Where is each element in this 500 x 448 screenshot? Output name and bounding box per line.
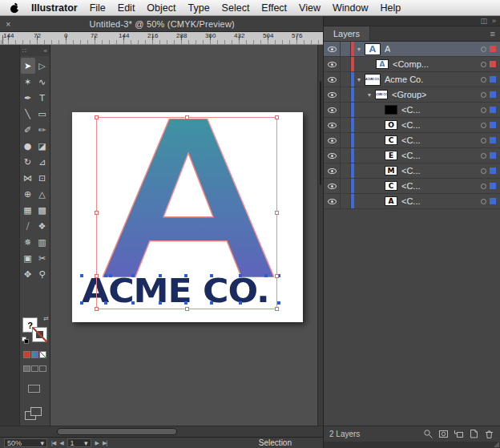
artboard-tool[interactable]: ▣ <box>21 250 35 266</box>
default-fill-stroke-icon[interactable] <box>22 337 29 344</box>
lock-toggle[interactable] <box>341 118 351 132</box>
visibility-toggle[interactable] <box>324 194 341 208</box>
layer-thumbnail[interactable]: A <box>385 196 397 206</box>
menu-file[interactable]: File <box>90 2 106 14</box>
selection-color-square[interactable] <box>490 152 496 159</box>
selection-handle[interactable] <box>275 115 279 119</box>
horizontal-scrollbar[interactable] <box>0 426 323 437</box>
selection-color-square[interactable] <box>490 167 496 174</box>
target-circle[interactable] <box>481 168 486 174</box>
visibility-toggle[interactable] <box>324 148 341 163</box>
layer-row-group[interactable]: ▼ ACME CO. <Group> <box>324 87 500 103</box>
horizontal-scrollbar-thumb[interactable] <box>57 428 177 435</box>
selection-handle[interactable] <box>275 274 279 278</box>
layer-label[interactable]: Acme Co. <box>385 75 423 84</box>
layer-row-acme-co[interactable]: ▼ ACME CO. Acme Co. <box>324 72 500 87</box>
layer-row-letter-c2[interactable]: C <C... <box>324 179 500 194</box>
layer-label[interactable]: A <box>385 44 390 54</box>
blend-tool[interactable]: ❖ <box>35 218 50 234</box>
layer-label[interactable]: <C... <box>401 196 421 206</box>
selection-color-square[interactable] <box>490 183 496 189</box>
none-button[interactable] <box>39 351 46 358</box>
layer-row-period[interactable]: <C... <box>324 103 500 118</box>
menu-select[interactable]: Select <box>222 2 250 14</box>
target-circle[interactable] <box>481 107 486 113</box>
anchor-point[interactable] <box>80 301 83 305</box>
layer-label[interactable]: <C... <box>401 105 421 115</box>
rectangle-tool[interactable]: ▭ <box>35 106 50 122</box>
visibility-toggle[interactable] <box>324 72 341 87</box>
swap-fill-stroke-icon[interactable]: ⇄ <box>43 315 49 322</box>
gradient-tool[interactable]: ▩ <box>35 202 50 218</box>
lock-toggle[interactable] <box>341 103 351 117</box>
lock-toggle[interactable] <box>341 194 351 208</box>
artboard[interactable]: ACME CO. <box>72 112 303 322</box>
layer-row-letter-m[interactable]: M <C... <box>324 163 500 179</box>
perspective-grid-tool[interactable]: △ <box>35 186 50 202</box>
blob-brush-tool[interactable]: ● <box>21 138 35 154</box>
eyedropper-tool[interactable]: ⧸ <box>21 218 35 234</box>
scale-tool[interactable]: ⊿ <box>35 154 50 170</box>
symbol-sprayer-tool[interactable]: ✵ <box>21 234 35 250</box>
layer-row-letter-o[interactable]: O <C... <box>324 118 500 133</box>
layer-label[interactable]: <C... <box>401 135 421 145</box>
selection-handle[interactable] <box>95 274 99 278</box>
stroke-swatch-none[interactable] <box>32 327 47 342</box>
free-transform-tool[interactable]: ⊡ <box>35 170 50 186</box>
gradient-button[interactable] <box>31 351 38 358</box>
zoom-level-select[interactable]: 50% ▾ <box>4 438 47 447</box>
locate-object-icon[interactable] <box>423 429 433 439</box>
shape-builder-tool[interactable]: ⊕ <box>21 186 35 202</box>
column-graph-tool[interactable]: ▥ <box>35 234 50 250</box>
target-circle[interactable] <box>481 62 486 67</box>
target-circle[interactable] <box>481 46 486 52</box>
disclosure-triangle-icon[interactable]: ▼ <box>354 77 364 83</box>
vertical-scrollbar[interactable] <box>317 45 323 426</box>
draw-inside-mode-button[interactable] <box>39 365 46 372</box>
slice-tool[interactable]: ✂ <box>35 250 50 266</box>
lock-toggle[interactable] <box>341 179 351 193</box>
pen-tool[interactable]: ✒ <box>21 90 35 106</box>
layer-thumbnail[interactable]: A <box>376 59 389 69</box>
layer-thumbnail[interactable]: ACME CO. <box>365 74 381 86</box>
visibility-toggle[interactable] <box>324 42 341 56</box>
selection-handle[interactable] <box>275 307 279 311</box>
selection-handle[interactable] <box>275 211 279 215</box>
layer-thumbnail[interactable]: O <box>385 120 397 130</box>
create-new-layer-icon[interactable] <box>469 429 479 439</box>
lock-toggle[interactable] <box>341 133 351 147</box>
zoom-tool[interactable]: ⚲ <box>35 266 50 282</box>
selection-handle[interactable] <box>185 307 189 311</box>
disclosure-triangle-icon[interactable]: ▼ <box>365 92 374 98</box>
hand-tool[interactable]: ✥ <box>21 266 35 282</box>
tab-close-icon[interactable]: × <box>6 19 10 29</box>
apple-menu[interactable] <box>10 2 19 14</box>
visibility-toggle[interactable] <box>324 57 341 71</box>
previous-artboard-button[interactable]: ◀ <box>59 440 62 446</box>
visibility-toggle[interactable] <box>324 179 341 193</box>
layer-label[interactable]: <C... <box>401 120 421 130</box>
last-artboard-button[interactable]: ▶| <box>103 440 107 446</box>
dock-grid-icon[interactable]: ◫ <box>480 17 487 25</box>
selection-handle[interactable] <box>95 115 99 119</box>
visibility-toggle[interactable] <box>324 163 341 178</box>
layer-thumbnail[interactable]: C <box>385 181 397 191</box>
layer-label[interactable]: <C... <box>401 181 421 191</box>
selection-color-square[interactable] <box>490 46 496 52</box>
dock-collapse-icon[interactable]: » <box>492 17 496 25</box>
layer-thumbnail[interactable] <box>385 105 397 115</box>
layer-row-letter-a[interactable]: A <C... <box>324 194 500 209</box>
target-circle[interactable] <box>481 138 486 143</box>
draw-normal-mode-button[interactable] <box>23 365 30 372</box>
menu-object[interactable]: Object <box>147 2 175 14</box>
layer-thumbnail[interactable]: A <box>365 43 381 55</box>
lock-toggle[interactable] <box>341 57 351 71</box>
create-new-sublayer-icon[interactable] <box>454 429 464 439</box>
layer-thumbnail[interactable]: E <box>385 151 397 160</box>
direct-selection-tool[interactable]: ▷ <box>35 58 50 74</box>
menu-effect[interactable]: Effect <box>261 2 287 14</box>
visibility-toggle[interactable] <box>324 133 341 147</box>
layer-thumbnail[interactable]: ACME CO. <box>375 90 388 99</box>
layer-thumbnail[interactable]: C <box>385 135 397 145</box>
layer-row-letter-e[interactable]: E <C... <box>324 148 500 163</box>
